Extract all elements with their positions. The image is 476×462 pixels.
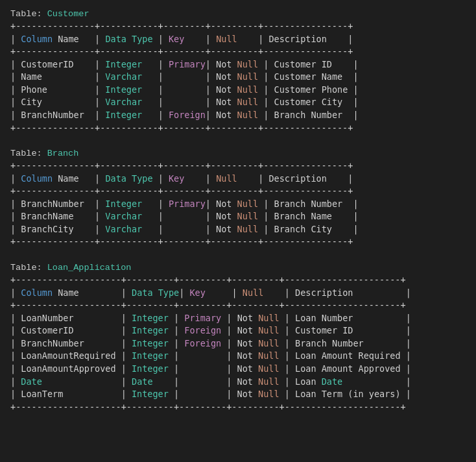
table-row: +---------------+-----------+--------+--… bbox=[10, 122, 466, 135]
table-row: +---------------+-----------+--------+--… bbox=[10, 185, 466, 198]
table-row: | CustomerID | Integer | Primary| Not Nu… bbox=[10, 58, 466, 71]
table-row: | City | Varchar | | Not Null | Customer… bbox=[10, 96, 466, 109]
table-name: Customer bbox=[47, 9, 89, 19]
table-row: | BranchName | Varchar | | Not Null | Br… bbox=[10, 210, 466, 223]
table-row: | LoanAmountApproved | Integer | | Not N… bbox=[10, 363, 466, 376]
table-row: | LoanAmountRequired | Integer | | Not N… bbox=[10, 350, 466, 363]
customer-table: Table: Customer+---------------+--------… bbox=[10, 9, 466, 134]
table-row: +---------------+-----------+--------+--… bbox=[10, 45, 466, 58]
loan-table: Table: Loan_Application+----------------… bbox=[10, 263, 466, 413]
table-row: | Name | Varchar | | Not Null | Customer… bbox=[10, 71, 466, 84]
table-row: +---------------+-----------+--------+--… bbox=[10, 236, 466, 249]
table-keyword: Table: bbox=[10, 9, 47, 19]
table-row: +---------------+-----------+--------+--… bbox=[10, 20, 466, 33]
table-row: +--------------------+---------+--------… bbox=[10, 274, 466, 287]
table-row: | BranchCity | Varchar | | Not Null | Br… bbox=[10, 223, 466, 236]
branch-table: Table: Branch+---------------+----------… bbox=[10, 149, 466, 249]
table-row: | BranchNumber | Integer | Foreign| Not … bbox=[10, 109, 466, 122]
table-row: +---------------+-----------+--------+--… bbox=[10, 160, 466, 173]
table-row: | Column Name | Data Type| Key | Null | … bbox=[10, 287, 466, 300]
loan-table-content: +--------------------+---------+--------… bbox=[10, 274, 466, 413]
table-row: +--------------------+---------+--------… bbox=[10, 401, 466, 414]
table-row: | LoanTerm | Integer | | Not Null | Loan… bbox=[10, 388, 466, 401]
table-row: | Column Name | Data Type | Key | Null |… bbox=[10, 173, 466, 186]
table-keyword: Table: bbox=[10, 149, 47, 158]
table-row: | Phone | Integer | | Not Null | Custome… bbox=[10, 84, 466, 97]
table-row: | LoanNumber | Integer | Primary | Not N… bbox=[10, 312, 466, 325]
table-row: | BranchNumber | Integer | Foreign | Not… bbox=[10, 337, 466, 350]
table-name: Loan_Application bbox=[47, 263, 132, 273]
loan-table-title: Table: Loan_Application bbox=[10, 263, 466, 273]
table-row: | Column Name | Data Type | Key | Null |… bbox=[10, 33, 466, 46]
customer-table-content: +---------------+-----------+--------+--… bbox=[10, 20, 466, 134]
table-row: | CustomerID | Integer | Foreign | Not N… bbox=[10, 324, 466, 337]
table-name: Branch bbox=[47, 149, 79, 158]
table-row: | Date | Date | | Not Null | Loan Date | bbox=[10, 376, 466, 389]
table-row: | BranchNumber | Integer | Primary| Not … bbox=[10, 198, 466, 211]
branch-table-title: Table: Branch bbox=[10, 149, 466, 158]
customer-table-title: Table: Customer bbox=[10, 9, 466, 19]
table-row: +--------------------+---------+--------… bbox=[10, 299, 466, 312]
branch-table-content: +---------------+-----------+--------+--… bbox=[10, 160, 466, 249]
table-keyword: Table: bbox=[10, 263, 47, 273]
